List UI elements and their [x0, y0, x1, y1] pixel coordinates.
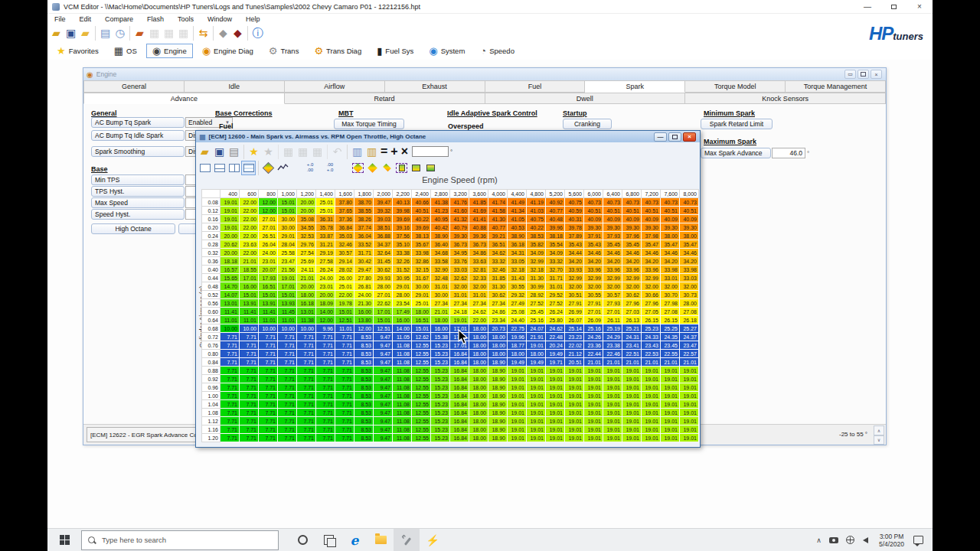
table-cell[interactable]: 30.99	[527, 282, 546, 291]
table-cell[interactable]: 19.01	[527, 383, 546, 392]
table-cell[interactable]: 19.01	[565, 434, 584, 442]
table-cell[interactable]: 15.23	[431, 392, 450, 400]
table-cell[interactable]: 29.19	[316, 249, 335, 257]
table-cell[interactable]: 24.11	[297, 266, 316, 274]
table-cell[interactable]: 32.00	[622, 282, 642, 291]
row-header[interactable]: 0.72	[202, 333, 220, 341]
high-octane-button[interactable]: High Octane	[91, 223, 175, 234]
table-cell[interactable]: 38.26	[354, 215, 374, 223]
table-cell[interactable]: 11.38	[297, 316, 316, 324]
table-cell[interactable]: 18.00	[488, 350, 508, 358]
table-cell[interactable]: 7.71	[335, 333, 354, 341]
table-cell[interactable]: 7.71	[259, 417, 278, 425]
table-cell[interactable]: 18.90	[488, 400, 508, 409]
table-cell[interactable]: 23.45	[661, 341, 680, 350]
table-cell[interactable]: 39.30	[450, 232, 469, 240]
interpolate-vertical-icon[interactable]	[381, 163, 393, 173]
category-system[interactable]: ◉System	[423, 44, 471, 58]
table-cell[interactable]: 19.01	[642, 417, 661, 425]
table-cell[interactable]: 19.01	[680, 417, 699, 425]
table-cell[interactable]: 19.01	[642, 434, 661, 442]
table-cell[interactable]: 9.47	[374, 392, 393, 400]
table-cell[interactable]: 19.01	[680, 425, 699, 434]
table-cell[interactable]: 31.43	[508, 274, 527, 282]
table-cell[interactable]: 35.54	[546, 240, 565, 249]
table-cell[interactable]: 30.57	[603, 291, 622, 299]
table-cell[interactable]: 7.71	[259, 341, 278, 350]
view-line-graph-icon[interactable]	[276, 161, 290, 175]
table-cell[interactable]: 25.21	[622, 324, 642, 333]
table-cell[interactable]: 18.00	[488, 341, 508, 350]
table-cell[interactable]: 7.71	[220, 425, 240, 434]
table-cell[interactable]: 40.22	[412, 215, 431, 223]
read-vehicle-icon[interactable]: ◆	[213, 26, 230, 41]
table-cell[interactable]: 10.00	[240, 324, 259, 333]
table-cell[interactable]: 27.08	[661, 308, 680, 316]
table-cell[interactable]: 19.01	[527, 392, 546, 400]
table-cell[interactable]: 31.30	[488, 282, 508, 291]
table-cell[interactable]: 22.00	[335, 291, 354, 299]
column-header[interactable]: 6,800	[622, 190, 642, 198]
table-cell[interactable]: 18.00	[412, 308, 431, 316]
table-cell[interactable]: 7.71	[278, 333, 297, 341]
table-cell[interactable]: 13.80	[354, 316, 374, 324]
table-cell[interactable]: 33.98	[412, 249, 431, 257]
table-cell[interactable]: 19.01	[450, 316, 469, 324]
table-cell[interactable]: 33.05	[508, 257, 527, 266]
row-header[interactable]: 0.24	[202, 232, 220, 240]
table-cell[interactable]: 39.69	[412, 223, 431, 232]
start-button[interactable]	[47, 529, 81, 551]
table-cell[interactable]: 16.00	[240, 282, 259, 291]
table-cell[interactable]: 34.20	[565, 257, 584, 266]
column-header[interactable]: 7,600	[661, 190, 680, 198]
table-cell[interactable]: 36.73	[450, 240, 469, 249]
table-cell[interactable]: 27.98	[661, 299, 680, 308]
field-ac-bump-tq-spark-label[interactable]: AC Bump Tq Spark	[91, 117, 185, 128]
table-cell[interactable]: 19.01	[508, 383, 527, 392]
table-cell[interactable]: 10.00	[259, 324, 278, 333]
table-cell[interactable]: 7.71	[220, 400, 240, 409]
table-cell[interactable]: 34.46	[584, 249, 603, 257]
table-cell[interactable]: 41.19	[527, 198, 546, 207]
table-cell[interactable]: 19.01	[622, 425, 642, 434]
field-ac-bump-tq-idle-spark-label[interactable]: AC Bump Tq Idle Spark	[91, 130, 185, 141]
table-cell[interactable]: 7.71	[316, 434, 335, 442]
table-cell[interactable]: 26.04	[259, 240, 278, 249]
taskbar-clock[interactable]: 3:00 PM 5/4/2020	[879, 533, 904, 548]
table-cell[interactable]: 15.23	[431, 409, 450, 417]
table-cell[interactable]: 22.44	[584, 350, 603, 358]
table-cell[interactable]: 33.87	[316, 232, 335, 240]
field-speed-hyst-label[interactable]: Speed Hyst.	[91, 209, 185, 220]
table-cell[interactable]: 15.23	[431, 425, 450, 434]
table-cell[interactable]: 9.47	[374, 434, 393, 442]
copy-icon[interactable]: ▥	[347, 145, 364, 159]
table-cell[interactable]: 7.71	[220, 367, 240, 375]
table-cell[interactable]: 24.18	[450, 308, 469, 316]
table-cell[interactable]: 18.90	[488, 392, 508, 400]
file-explorer-button[interactable]	[368, 529, 394, 551]
table-cell[interactable]: 16.84	[450, 383, 469, 392]
table-cell[interactable]: 19.01	[680, 434, 699, 442]
table-cell[interactable]: 27.52	[546, 299, 565, 308]
table-cell[interactable]: 27.93	[603, 299, 622, 308]
table-cell[interactable]: 9.47	[374, 417, 393, 425]
column-header[interactable]: 2,000	[374, 190, 393, 198]
table-cell[interactable]: 19.01	[546, 367, 565, 375]
table-cell[interactable]: 7.71	[316, 341, 335, 350]
table-cell[interactable]: 38.18	[546, 232, 565, 240]
table-cell[interactable]: 40.42	[431, 223, 450, 232]
table-cell[interactable]: 32.18	[508, 266, 527, 274]
table-cell[interactable]: 24.00	[354, 291, 374, 299]
table-cell[interactable]: 24.29	[603, 333, 622, 341]
column-header[interactable]: 4,800	[527, 190, 546, 198]
table-cell[interactable]: 7.71	[259, 392, 278, 400]
table-cell[interactable]: 19.01	[661, 375, 680, 383]
decimals-decrease-button[interactable]: +.0.00	[301, 161, 319, 174]
table-cell[interactable]: 19.01	[642, 367, 661, 375]
table-cell[interactable]: 18.00	[469, 417, 488, 425]
row-header[interactable]: 0.64	[202, 316, 220, 324]
table-cell[interactable]: 24.31	[622, 333, 642, 341]
table-cell[interactable]: 19.01	[661, 417, 680, 425]
table-cell[interactable]: 22.57	[680, 350, 699, 358]
table-cell[interactable]: 25.19	[603, 324, 622, 333]
